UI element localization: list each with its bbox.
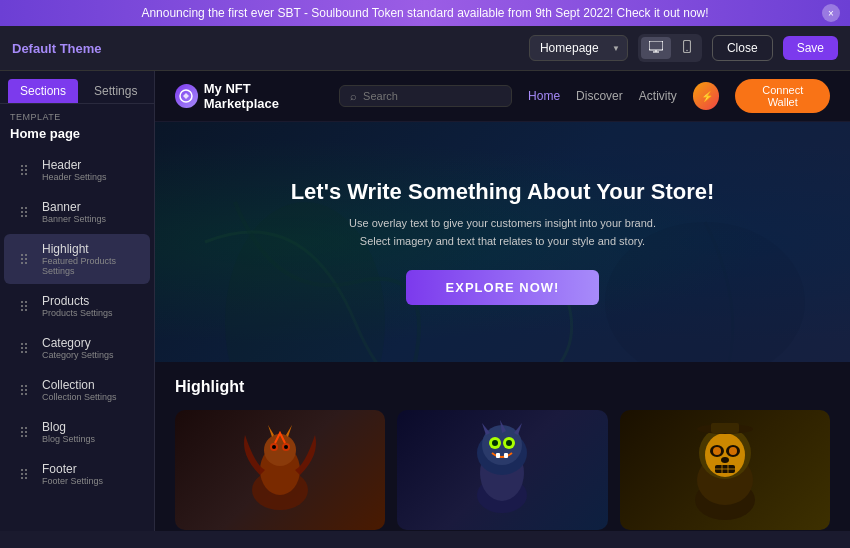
sidebar-item-highlight[interactable]: Highlight Featured Products Settings: [4, 234, 150, 284]
page-selector-wrap: Homepage Products Category Blog: [529, 35, 628, 61]
save-button[interactable]: Save: [783, 36, 838, 60]
drag-icon-blog: [14, 422, 34, 442]
nft-card-dragon[interactable]: [175, 410, 385, 530]
tab-settings[interactable]: Settings: [82, 79, 149, 103]
drag-icon-header: [14, 160, 34, 180]
template-title: Home page: [0, 124, 154, 149]
sidebar-item-category[interactable]: Category Category Settings: [4, 328, 150, 368]
nft-site-name: My NFT Marketplace: [204, 81, 323, 111]
sidebar-item-header-sub: Header Settings: [42, 172, 107, 182]
sidebar-item-banner-sub: Banner Settings: [42, 214, 106, 224]
nft-card-monster[interactable]: [397, 410, 607, 530]
tab-sections[interactable]: Sections: [8, 79, 78, 103]
svg-point-14: [272, 445, 276, 449]
sidebar-item-footer-name: Footer: [42, 462, 103, 476]
nav-link-activity[interactable]: Activity: [639, 89, 677, 103]
view-toggles: [638, 34, 702, 62]
sidebar-item-footer[interactable]: Footer Footer Settings: [4, 454, 150, 494]
highlight-section: Highlight: [155, 362, 850, 531]
template-label: TEMPLATE: [0, 104, 154, 124]
svg-rect-0: [649, 41, 663, 50]
nft-search[interactable]: ⌕: [339, 85, 512, 107]
announcement-text: Announcing the first ever SBT - Soulboun…: [141, 6, 708, 20]
svg-point-4: [686, 50, 688, 52]
svg-point-15: [284, 445, 288, 449]
hero-content: Let's Write Something About Your Store! …: [291, 179, 715, 305]
announcement-close-button[interactable]: ×: [822, 4, 840, 22]
svg-point-22: [492, 440, 498, 446]
sidebar-item-products-sub: Products Settings: [42, 308, 113, 318]
search-input[interactable]: [363, 90, 501, 102]
sidebar-item-blog-sub: Blog Settings: [42, 434, 95, 444]
sidebar-item-footer-sub: Footer Settings: [42, 476, 103, 486]
connect-wallet-button[interactable]: Connect Wallet: [735, 79, 830, 113]
desktop-view-button[interactable]: [641, 37, 671, 59]
sidebar-item-banner-name: Banner: [42, 200, 106, 214]
sidebar-item-banner[interactable]: Banner Banner Settings: [4, 192, 150, 232]
nft-cards: [175, 410, 830, 530]
nft-card-skull[interactable]: [620, 410, 830, 530]
search-icon: ⌕: [350, 90, 357, 102]
drag-icon-banner: [14, 202, 34, 222]
sidebar-item-collection-name: Collection: [42, 378, 117, 392]
announcement-bar: Announcing the first ever SBT - Soulboun…: [0, 0, 850, 26]
nft-logo-icon: [175, 84, 198, 108]
hero-banner: Let's Write Something About Your Store! …: [155, 122, 850, 362]
nav-link-home[interactable]: Home: [528, 89, 560, 103]
hero-subtitle: Use overlay text to give your customers …: [291, 215, 715, 250]
close-button[interactable]: Close: [712, 35, 773, 61]
drag-icon-category: [14, 338, 34, 358]
drag-icon-footer: [14, 464, 34, 484]
page-selector[interactable]: Homepage Products Category Blog: [529, 35, 628, 61]
editor-toolbar: Default Theme Homepage Products Category…: [0, 26, 850, 71]
sidebar-tabs: Sections Settings: [0, 71, 154, 104]
svg-rect-24: [496, 453, 500, 458]
svg-text:⚡: ⚡: [701, 90, 713, 103]
sidebar-item-highlight-name: Highlight: [42, 242, 140, 256]
explore-now-button[interactable]: EXPLORE NOW!: [406, 270, 600, 305]
drag-icon-collection: [14, 380, 34, 400]
mobile-view-button[interactable]: [675, 37, 699, 59]
svg-point-11: [264, 434, 296, 466]
svg-rect-40: [711, 423, 739, 433]
svg-point-33: [729, 447, 737, 455]
card-art-dragon: [175, 410, 385, 530]
theme-title: Default Theme: [12, 41, 102, 56]
main-layout: Sections Settings TEMPLATE Home page Hea…: [0, 71, 850, 531]
svg-rect-25: [504, 453, 508, 458]
sidebar-item-blog[interactable]: Blog Blog Settings: [4, 412, 150, 452]
sidebar-item-collection-sub: Collection Settings: [42, 392, 117, 402]
drag-icon-products: [14, 296, 34, 316]
svg-point-34: [721, 457, 729, 463]
drag-icon-highlight: [14, 249, 34, 269]
svg-point-32: [713, 447, 721, 455]
sidebar-item-header[interactable]: Header Header Settings: [4, 150, 150, 190]
sidebar-item-highlight-sub: Featured Products Settings: [42, 256, 140, 276]
nft-nav: My NFT Marketplace ⌕ Home Discover Activ…: [155, 71, 850, 122]
hero-title: Let's Write Something About Your Store!: [291, 179, 715, 205]
sidebar-item-category-name: Category: [42, 336, 114, 350]
avatar[interactable]: ⚡: [693, 82, 720, 110]
sidebar-item-category-sub: Category Settings: [42, 350, 114, 360]
sidebar-item-blog-name: Blog: [42, 420, 95, 434]
sidebar-item-products[interactable]: Products Products Settings: [4, 286, 150, 326]
sidebar: Sections Settings TEMPLATE Home page Hea…: [0, 71, 155, 531]
card-art-monster: [397, 410, 607, 530]
svg-point-23: [506, 440, 512, 446]
sidebar-item-products-name: Products: [42, 294, 113, 308]
sidebar-item-header-name: Header: [42, 158, 107, 172]
nav-link-discover[interactable]: Discover: [576, 89, 623, 103]
nft-logo-wrap: My NFT Marketplace: [175, 81, 323, 111]
highlight-title: Highlight: [175, 378, 830, 396]
card-art-skull: [620, 410, 830, 530]
sidebar-item-collection[interactable]: Collection Collection Settings: [4, 370, 150, 410]
nft-nav-links: Home Discover Activity: [528, 89, 677, 103]
preview-area: My NFT Marketplace ⌕ Home Discover Activ…: [155, 71, 850, 531]
